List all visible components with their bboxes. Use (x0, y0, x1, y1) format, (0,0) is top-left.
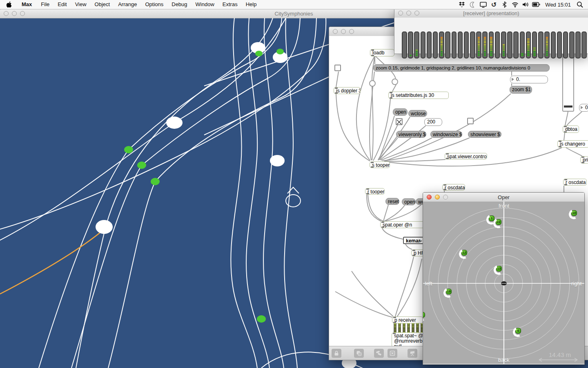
map-node-green[interactable] (124, 146, 133, 153)
wifi-icon[interactable] (511, 1, 519, 8)
object-print[interactable]: prin (580, 156, 588, 164)
receiver-window-title: [receiver] (presentation) (394, 10, 588, 16)
object-r-tooper[interactable]: r tooper (365, 188, 385, 195)
number-box-zoom[interactable]: 0. (510, 76, 548, 83)
close-button[interactable] (398, 11, 403, 16)
spat-source-10[interactable]: 10 (571, 210, 577, 216)
patch-cables-icon[interactable] (374, 349, 384, 358)
menu-item-file[interactable]: File (37, 0, 53, 9)
minimize-button[interactable] (341, 29, 346, 34)
source-number: 19 (447, 290, 451, 293)
lock-icon[interactable] (332, 349, 341, 358)
level-meter (452, 31, 457, 58)
dropbox-icon[interactable] (458, 1, 466, 8)
number-box-windowsize[interactable]: 200 (424, 118, 442, 126)
number-triangle-icon (581, 106, 583, 109)
zoom-button[interactable] (349, 29, 354, 34)
minimize-button[interactable] (406, 11, 411, 16)
toggle-checked[interactable] (396, 118, 403, 125)
object-p-receiver[interactable]: p receiver (392, 316, 423, 323)
map-node-green[interactable] (151, 178, 160, 185)
chevron-down-icon (419, 240, 422, 242)
presentation-icon[interactable] (408, 349, 417, 358)
zoom-button[interactable] (414, 11, 419, 16)
toggle[interactable] (334, 65, 341, 71)
message-open[interactable]: open (393, 108, 408, 116)
menu-item-object[interactable]: Object (91, 0, 114, 9)
close-button[interactable] (333, 29, 338, 34)
object-spat-oper[interactable]: spat.oper @n (380, 221, 424, 228)
minimize-button[interactable] (435, 195, 440, 200)
menu-item-window[interactable]: Window (192, 0, 218, 9)
map-node[interactable] (96, 220, 113, 234)
map-node-green[interactable] (137, 162, 146, 169)
bang-button[interactable] (392, 79, 398, 85)
menu-item-arrange[interactable]: Arrange (114, 0, 141, 9)
menu-item-extras[interactable]: Extras (218, 0, 242, 9)
menu-item-help[interactable]: Help (242, 0, 261, 9)
listener-symbol[interactable] (286, 187, 301, 207)
spat-source-6[interactable]: 6 (515, 328, 521, 334)
time-machine-icon[interactable]: ↺ (490, 1, 498, 8)
message-zoom-attrs[interactable]: zoom 0.15, gridmode 1, gridspacing 2, gr… (373, 64, 550, 72)
object-js-doppler[interactable]: js doppler 30 (334, 87, 361, 94)
message-reset[interactable]: reset (385, 198, 399, 205)
object-js-changero[interactable]: js changero (557, 140, 588, 148)
level-meter (581, 31, 587, 58)
map-node[interactable] (270, 155, 285, 166)
apple-icon[interactable] (0, 1, 18, 8)
display-icon[interactable] (479, 1, 487, 8)
object-spat-spat[interactable]: spat.spat~ @ @numreverb null (392, 332, 426, 346)
bluetooth-icon[interactable] (500, 1, 508, 8)
menu-item-debug[interactable]: Debug (167, 0, 191, 9)
message-vieweronly[interactable]: vieweronly $1 (396, 131, 426, 138)
spat-source[interactable] (423, 312, 425, 318)
spat-source-12[interactable]: 12 (461, 250, 467, 256)
close-button[interactable] (4, 11, 9, 16)
map-node[interactable] (166, 117, 183, 129)
object-r-oscdata[interactable]: r oscdata (563, 179, 587, 186)
message-wclose[interactable]: wclose (408, 110, 427, 117)
slider[interactable] (562, 52, 574, 112)
duplicate-icon[interactable] (354, 349, 364, 358)
close-button[interactable] (427, 195, 432, 200)
message-showviewer[interactable]: showviewer $1 (468, 131, 501, 138)
object-r-oscdata[interactable]: r oscdata (442, 184, 465, 191)
bang-button[interactable] (369, 80, 376, 87)
toggle[interactable] (467, 118, 474, 124)
volume-icon[interactable] (521, 1, 530, 8)
menu-item-edit[interactable]: Edit (53, 0, 71, 9)
map-node-green[interactable] (276, 49, 284, 54)
spat-source-13[interactable]: 13 (496, 266, 502, 272)
source-number: 1 (491, 217, 492, 220)
object-s-tooper[interactable]: s tooper (370, 162, 390, 168)
map-node-green[interactable] (257, 315, 266, 323)
message-windowsize[interactable]: windowsize $1 (430, 131, 462, 138)
menu-clock[interactable]: Wed 15:01 (543, 2, 573, 8)
battery-icon[interactable] (532, 1, 540, 8)
object-js-setattributes[interactable]: js setattributes.js 30 (388, 92, 449, 99)
menu-item-options[interactable]: Options (141, 0, 167, 9)
spat-source-22[interactable]: 22 (496, 219, 501, 225)
spotlight-icon[interactable] (576, 1, 584, 8)
menu-item-max[interactable]: Max (18, 0, 37, 9)
message-zoom[interactable]: zoom $1 (510, 86, 532, 94)
spat-oper-canvas[interactable]: front left right back 14.43 m 1221012131… (423, 202, 584, 364)
moon-icon[interactable] (468, 1, 477, 8)
object-dbtoa[interactable]: dbtoa (563, 126, 579, 133)
zoom-button[interactable] (443, 195, 448, 200)
oper-titlebar[interactable]: Oper (423, 193, 584, 202)
kemar-dropdown[interactable]: kemar (403, 237, 424, 244)
close-box-icon[interactable] (388, 349, 397, 358)
receiver-titlebar[interactable]: [receiver] (presentation) (394, 9, 588, 18)
menu-item-view[interactable]: View (71, 0, 91, 9)
zoom-button[interactable] (20, 11, 25, 16)
map-node-green[interactable] (255, 51, 263, 56)
number-box[interactable]: 0 (579, 104, 588, 112)
object-spat-viewer-control[interactable]: spat.viewer.control (445, 153, 487, 159)
object-loadbang[interactable]: loadb (370, 49, 394, 56)
menu-bar: MaxFileEditViewObjectArrangeOptionsDebug… (0, 0, 588, 9)
message-open[interactable]: open (402, 198, 416, 205)
spat-source-19[interactable]: 19 (446, 289, 452, 294)
minimize-button[interactable] (12, 11, 17, 16)
